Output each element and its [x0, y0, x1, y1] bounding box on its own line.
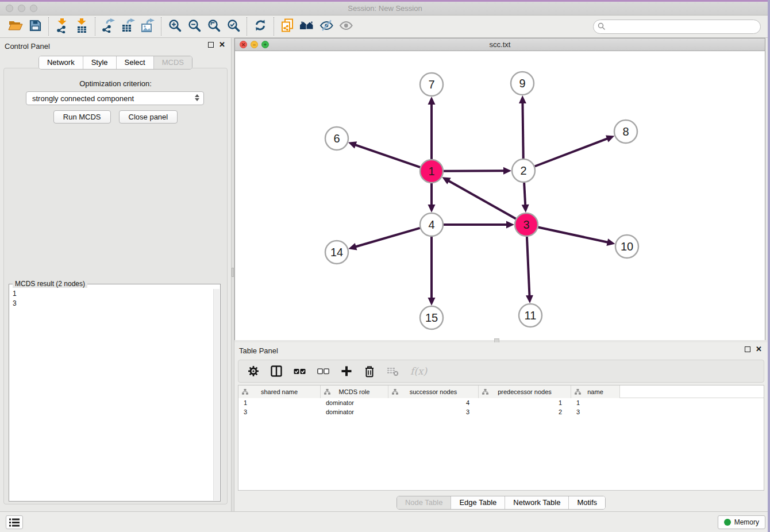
splitter-grip[interactable]	[232, 268, 234, 277]
graph-edge-1-6[interactable]	[355, 145, 420, 167]
close-panel-icon[interactable]: ✕	[756, 346, 762, 352]
table-cell[interactable]: 3	[388, 407, 479, 417]
float-panel-icon[interactable]	[208, 42, 214, 48]
graph-node-3[interactable]: 3	[515, 213, 538, 236]
zoom-in-button[interactable]	[165, 18, 184, 35]
function-builder-button[interactable]: f(x)	[410, 365, 427, 377]
export-image-button[interactable]	[138, 18, 157, 35]
table-cell[interactable]: 1	[238, 398, 321, 407]
add-column-button[interactable]	[341, 365, 352, 377]
tab-select[interactable]: Select	[116, 56, 153, 69]
zoom-fit-button[interactable]	[204, 18, 224, 35]
graph-edge-2-3[interactable]	[524, 183, 525, 205]
graph-edge-2-9[interactable]	[522, 103, 523, 159]
graph-node-8[interactable]: 8	[614, 120, 637, 143]
graph-edge-3-10[interactable]	[538, 227, 608, 242]
close-panel-button[interactable]: Close panel	[119, 110, 178, 124]
tab-network-table[interactable]: Network Table	[505, 496, 568, 509]
clone-network-button[interactable]	[278, 18, 297, 35]
svg-text:7: 7	[428, 78, 434, 91]
main-toolbar	[0, 16, 770, 38]
table-cell[interactable]: 3	[571, 407, 620, 417]
network-graph[interactable]: 7968124314101511	[235, 51, 765, 340]
tab-network[interactable]: Network	[39, 56, 83, 69]
toolbar-separator	[274, 17, 274, 36]
toolbar-separator	[48, 17, 49, 36]
optimization-criterion-label: Optimization criterion:	[4, 79, 227, 88]
open-file-button[interactable]	[6, 18, 25, 35]
graph-node-9[interactable]: 9	[511, 72, 534, 95]
houses-icon	[299, 19, 314, 34]
mcds-result-value: 1	[10, 289, 220, 299]
tab-node-table[interactable]: Node Table	[397, 496, 451, 509]
graph-node-10[interactable]: 10	[615, 235, 638, 258]
run-mcds-button[interactable]: Run MCDS	[53, 110, 111, 124]
graph-node-4[interactable]: 4	[420, 213, 443, 236]
refresh-button[interactable]	[251, 18, 270, 35]
table-cell[interactable]: 4	[388, 398, 479, 407]
table-cell[interactable]: 1	[479, 398, 571, 407]
table-settings-button[interactable]	[248, 365, 259, 377]
column-header-predecessor-nodes[interactable]: predecessor nodes	[479, 385, 571, 398]
network-window-title: scc.txt	[235, 40, 765, 49]
tab-mcds[interactable]: MCDS	[153, 56, 192, 69]
tab-motifs[interactable]: Motifs	[568, 496, 605, 509]
table-cell[interactable]: 2	[479, 407, 571, 417]
table-cell[interactable]: dominator	[321, 398, 388, 407]
save-session-button[interactable]	[25, 18, 45, 35]
column-header-MCDS-role[interactable]: MCDS role	[321, 385, 388, 398]
hide-selected-button[interactable]	[317, 18, 336, 35]
export-table-icon	[121, 18, 136, 35]
search-input[interactable]	[593, 20, 761, 34]
graph-node-6[interactable]: 6	[325, 127, 348, 150]
graph-edge-1-2[interactable]	[444, 171, 504, 171]
graph-node-1[interactable]: 1	[420, 160, 443, 183]
network-canvas[interactable]: 7968124314101511	[235, 51, 765, 340]
toolbar-separator	[95, 17, 95, 36]
zoom-selected-button[interactable]	[224, 18, 243, 35]
table-cell[interactable]: 1	[571, 398, 620, 407]
criterion-dropdown[interactable]: strongly connected component	[26, 91, 204, 105]
column-header-name[interactable]: name	[571, 385, 620, 398]
table-row[interactable]: 1dominator411	[238, 398, 764, 407]
memory-button[interactable]: Memory	[718, 515, 765, 529]
column-visibility-button[interactable]	[271, 365, 282, 377]
float-panel-icon[interactable]	[745, 346, 750, 352]
graph-node-2[interactable]: 2	[512, 159, 535, 182]
export-table-button[interactable]	[118, 18, 138, 35]
graph-node-11[interactable]: 11	[519, 304, 542, 327]
graph-edge-3-1[interactable]	[449, 181, 516, 219]
zoom-out-button[interactable]	[184, 18, 204, 35]
graph-edge-4-14[interactable]	[356, 228, 420, 247]
table-cell[interactable]: dominator	[321, 407, 388, 417]
select-all-button[interactable]	[294, 366, 306, 377]
delete-table-button[interactable]	[387, 366, 399, 376]
delete-column-button[interactable]	[364, 365, 375, 377]
graph-node-7[interactable]: 7	[420, 73, 443, 96]
app-window: Session: New Session Control Panel	[0, 0, 770, 532]
table-cell[interactable]: 3	[238, 407, 321, 417]
table-row[interactable]: 3dominator323	[238, 407, 764, 417]
task-history-button[interactable]	[6, 515, 23, 529]
deselect-all-button[interactable]	[317, 366, 329, 377]
close-panel-icon[interactable]: ✕	[219, 42, 225, 48]
column-header-successor-nodes[interactable]: successor nodes	[388, 385, 479, 398]
graph-node-15[interactable]: 15	[420, 306, 443, 329]
graph-edge-3-11[interactable]	[527, 237, 530, 296]
search-icon	[598, 22, 606, 30]
first-neighbors-button[interactable]	[297, 18, 317, 35]
import-table-button[interactable]	[72, 18, 91, 35]
export-network-button[interactable]	[99, 18, 118, 35]
table-header-row: shared nameMCDS rolesuccessor nodesprede…	[238, 385, 764, 398]
network-window-titlebar[interactable]: ✕ − + scc.txt	[235, 38, 765, 51]
toolbar-separator	[161, 17, 161, 36]
tab-edge-table[interactable]: Edge Table	[451, 496, 505, 509]
result-scrollbar[interactable]	[213, 289, 220, 500]
show-all-button[interactable]	[336, 18, 356, 35]
tab-style[interactable]: Style	[83, 56, 116, 69]
graph-edge-2-8[interactable]	[535, 138, 608, 166]
column-header-shared-name[interactable]: shared name	[238, 385, 321, 398]
table-panel: Table Panel ✕ f(x) shared nameMCDS roles…	[234, 342, 768, 511]
graph-node-14[interactable]: 14	[325, 241, 348, 264]
import-network-button[interactable]	[52, 18, 72, 35]
